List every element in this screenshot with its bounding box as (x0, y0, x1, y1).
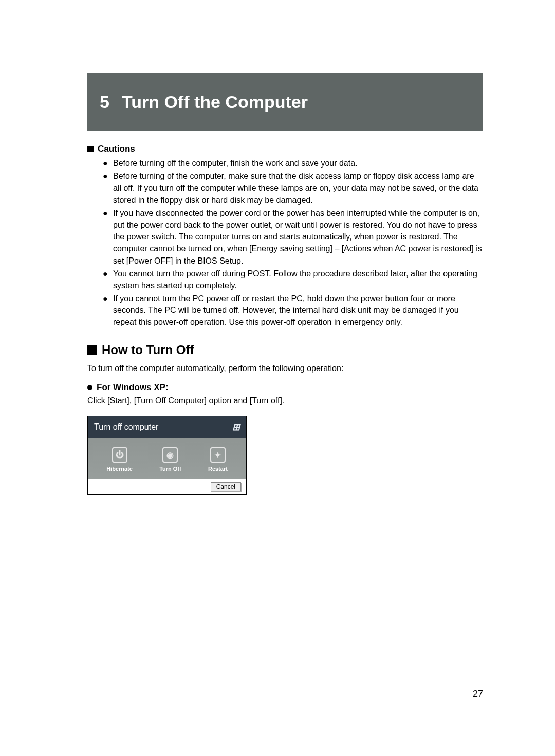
black-square-icon (87, 146, 94, 152)
howto-intro: To turn off the computer automatically, … (87, 362, 483, 374)
caution-text: Before turning of the computer, make sur… (113, 170, 483, 206)
caution-text: If you cannot turn the PC power off or r… (113, 292, 483, 328)
cautions-list: ●Before turning off the computer, finish… (87, 157, 483, 328)
chapter-number: 5 (100, 92, 109, 112)
chapter-banner: 5 Turn Off the Computer (87, 73, 483, 131)
caution-text: If you have disconnected the power cord … (113, 207, 483, 267)
bullet-icon: ● (103, 157, 113, 169)
dialog-footer: Cancel (88, 479, 246, 494)
restart-label: Restart (208, 466, 228, 472)
list-item: ●You cannot turn the power off during PO… (103, 268, 483, 291)
bullet-icon: ● (103, 292, 113, 328)
bullet-icon: ● (103, 268, 113, 291)
howto-heading: How to Turn Off (87, 343, 483, 357)
caution-text: Before turning off the computer, finish … (113, 157, 483, 169)
bullet-icon: ● (103, 170, 113, 206)
black-circle-icon (87, 385, 92, 390)
restart-button[interactable]: ✦ Restart (208, 447, 228, 472)
list-item: ●If you have disconnected the power cord… (103, 207, 483, 267)
cautions-heading-text: Cautions (98, 144, 135, 154)
dialog-title: Turn off computer (94, 422, 158, 432)
power-icon: ⏻ (112, 447, 127, 463)
list-item: ●Before turning off the computer, finish… (103, 157, 483, 169)
turnoff-dialog: Turn off computer ⊞ ⏻ Hibernate ◉ Turn O… (87, 416, 247, 495)
page-number: 27 (473, 689, 483, 699)
bullet-icon: ● (103, 207, 113, 267)
xp-heading-text: For Windows XP: (97, 382, 169, 393)
dialog-header: Turn off computer ⊞ (88, 416, 246, 438)
xp-heading: For Windows XP: (87, 382, 483, 393)
windows-flag-icon: ⊞ (232, 421, 240, 433)
turnoff-icon: ◉ (162, 447, 178, 463)
dialog-body: ⏻ Hibernate ◉ Turn Off ✦ Restart (88, 438, 246, 479)
howto-heading-text: How to Turn Off (102, 343, 194, 357)
chapter-title: Turn Off the Computer (122, 92, 308, 112)
restart-icon: ✦ (210, 447, 226, 463)
turnoff-button[interactable]: ◉ Turn Off (159, 447, 181, 472)
list-item: ●Before turning of the computer, make su… (103, 170, 483, 206)
xp-instruction: Click [Start], [Turn Off Computer] optio… (87, 395, 483, 407)
cancel-button[interactable]: Cancel (211, 482, 241, 491)
hibernate-button[interactable]: ⏻ Hibernate (106, 447, 133, 472)
turnoff-label: Turn Off (159, 466, 181, 472)
caution-text: You cannot turn the power off during POS… (113, 268, 483, 291)
cautions-heading: Cautions (87, 144, 483, 154)
black-square-icon (87, 345, 97, 355)
list-item: ●If you cannot turn the PC power off or … (103, 292, 483, 328)
hibernate-label: Hibernate (106, 466, 133, 472)
